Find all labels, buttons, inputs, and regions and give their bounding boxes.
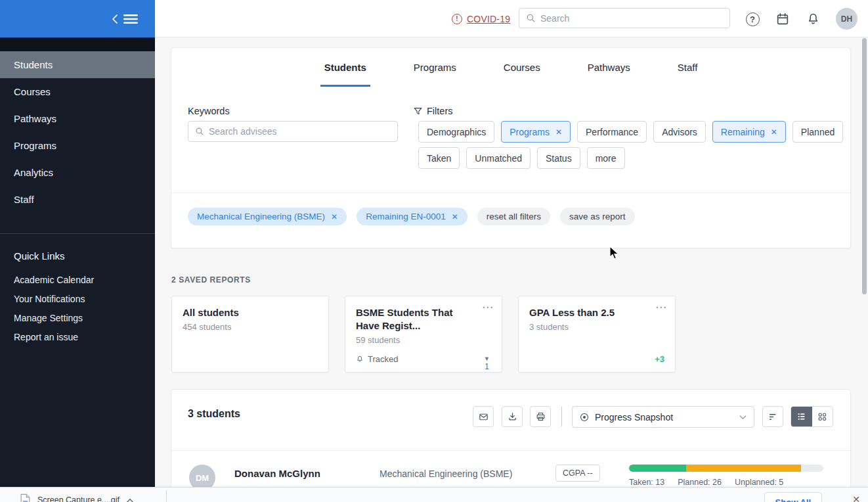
tab-pathways[interactable]: Pathways <box>584 48 634 87</box>
filter-chip-demographics[interactable]: Demographics <box>418 121 494 143</box>
filter-chip-remaining[interactable]: Remaining✕ <box>712 121 786 143</box>
envelope-icon <box>478 411 489 422</box>
student-name[interactable]: Donavan McGlynn <box>234 468 320 479</box>
global-search-input[interactable] <box>540 13 723 24</box>
calendar-button[interactable] <box>775 11 791 27</box>
filter-chip-planned[interactable]: Planned <box>792 121 843 143</box>
printer-icon <box>535 411 546 422</box>
notifications-button[interactable] <box>805 11 821 27</box>
view-toggle <box>791 406 833 427</box>
report-subtitle: 3 students <box>529 322 664 332</box>
filters-label: Filters <box>413 106 452 116</box>
filter-chip-advisors[interactable]: Advisors <box>653 121 706 143</box>
tab-programs[interactable]: Programs <box>410 48 460 87</box>
quick-link-manage-settings[interactable]: Manage Settings <box>0 308 155 327</box>
report-subtitle: 454 students <box>183 322 318 332</box>
report-title: GPA Less than 2.5 <box>529 306 664 319</box>
applied-filter-mechanical-engineering[interactable]: Mechanical Engineering (BSME)✕ <box>188 208 347 225</box>
sidebar-item-programs[interactable]: Programs <box>0 132 155 159</box>
filter-chip-taken[interactable]: Taken <box>418 147 460 169</box>
scrollbar-thumb[interactable] <box>862 38 867 294</box>
email-button[interactable] <box>473 406 494 427</box>
global-search <box>519 8 730 28</box>
report-subtitle: 59 students <box>356 335 491 345</box>
quick-link-academic-calendar[interactable]: Academic Calendar <box>0 270 155 289</box>
progress-planned <box>686 465 801 472</box>
sidebar-item-students[interactable]: Students <box>0 51 155 78</box>
save-as-report-button[interactable]: save as report <box>560 208 635 225</box>
covid-19-label: COVID-19 <box>467 14 510 24</box>
cgpa-badge: CGPA -- <box>555 465 600 482</box>
hamburger-menu-icon <box>123 14 138 24</box>
progress-taken <box>629 465 686 472</box>
students-count: 3 students <box>188 408 240 420</box>
tab-staff[interactable]: Staff <box>674 48 702 87</box>
applied-filter-remaining-en-0001[interactable]: Remaining EN-0001✕ <box>357 208 467 225</box>
sidebar-spacer <box>0 37 155 51</box>
filter-chip-programs[interactable]: Programs✕ <box>501 121 571 143</box>
sort-button[interactable] <box>762 406 783 427</box>
filter-chips-row-1: Demographics Programs✕ Performance Advis… <box>418 121 843 143</box>
quick-link-report-an-issue[interactable]: Report an issue <box>0 327 155 346</box>
help-icon: ? <box>746 12 760 26</box>
tracked-status: Tracked <box>356 354 398 364</box>
remove-filter-icon[interactable]: ✕ <box>771 127 777 137</box>
progress-labels: Taken: 13 Planned: 26 Unplanned: 5 <box>629 478 783 487</box>
funnel-icon <box>413 106 423 116</box>
report-card-all-students[interactable]: All students 454 students <box>171 296 329 373</box>
grid-view-icon <box>817 411 827 422</box>
keywords-search-input[interactable] <box>209 126 391 137</box>
downloads-bar-divider <box>166 490 167 502</box>
covid-19-link[interactable]: ! COVID-19 <box>452 0 510 37</box>
sidebar-item-pathways[interactable]: Pathways <box>0 105 155 132</box>
list-view-button[interactable] <box>791 407 812 426</box>
print-button[interactable] <box>530 406 551 427</box>
download-filename: Screen Capture e....gif <box>37 495 119 502</box>
report-title: All students <box>183 306 318 319</box>
quick-link-your-notifications[interactable]: Your Notifications <box>0 289 155 308</box>
app-root: Students Courses Pathways Programs Analy… <box>0 0 868 502</box>
filter-chip-status[interactable]: Status <box>537 147 580 169</box>
downloaded-file[interactable]: Screen Capture e....gif <box>20 493 134 502</box>
view-mode-dropdown[interactable]: Progress Snapshot <box>572 406 754 428</box>
planned-label: Planned: 26 <box>678 478 722 487</box>
expand-report-icon[interactable]: ▼ <box>484 355 490 362</box>
entity-tabs: Students Programs Courses Pathways Staff <box>171 48 850 87</box>
sidebar-collapse-button[interactable] <box>0 0 155 37</box>
report-badge: 1 <box>484 362 490 371</box>
keywords-search <box>188 121 398 142</box>
report-card-gpa-less-than[interactable]: GPA Less than 2.5 3 students ⋯ +3 <box>518 296 676 373</box>
reset-all-filters-button[interactable]: reset all filters <box>477 208 550 225</box>
tab-courses[interactable]: Courses <box>500 48 544 87</box>
tab-students[interactable]: Students <box>320 48 370 87</box>
report-menu-icon[interactable]: ⋯ <box>482 300 494 314</box>
sidebar-item-analytics[interactable]: Analytics <box>0 159 155 186</box>
remove-filter-icon[interactable]: ✕ <box>331 212 337 221</box>
applied-filters: Mechanical Engineering (BSME)✕ Remaining… <box>188 208 635 225</box>
caret-up-icon[interactable] <box>126 497 134 502</box>
filter-chip-performance[interactable]: Performance <box>577 121 647 143</box>
report-delta-badge: +3 <box>655 354 664 364</box>
progress-bar <box>629 465 823 472</box>
sidebar: Students Courses Pathways Programs Analy… <box>0 0 155 502</box>
user-avatar[interactable]: DH <box>836 8 857 30</box>
grid-view-button[interactable] <box>812 407 833 426</box>
alert-icon: ! <box>452 14 462 24</box>
report-card-bsme-students[interactable]: BSME Students That Have Regist... 59 stu… <box>345 296 502 373</box>
sidebar-item-courses[interactable]: Courses <box>0 78 155 105</box>
show-all-downloads-button[interactable]: Show All <box>764 492 822 502</box>
filter-chip-unmatched[interactable]: Unmatched <box>466 147 531 169</box>
search-icon <box>526 13 536 23</box>
help-button[interactable]: ? <box>745 11 760 27</box>
report-menu-icon[interactable]: ⋯ <box>655 300 667 314</box>
remove-filter-icon[interactable]: ✕ <box>452 212 458 221</box>
calendar-icon <box>775 12 790 26</box>
remove-filter-icon[interactable]: ✕ <box>555 127 562 137</box>
downloads-bar: Screen Capture e....gif Show All ✕ <box>0 487 868 502</box>
sidebar-item-staff[interactable]: Staff <box>0 186 155 213</box>
close-downloads-bar-icon[interactable]: ✕ <box>852 494 860 502</box>
download-button[interactable] <box>502 406 523 427</box>
filter-chip-more[interactable]: more <box>587 147 625 169</box>
taken-label: Taken: 13 <box>629 478 664 487</box>
file-icon <box>20 493 31 502</box>
